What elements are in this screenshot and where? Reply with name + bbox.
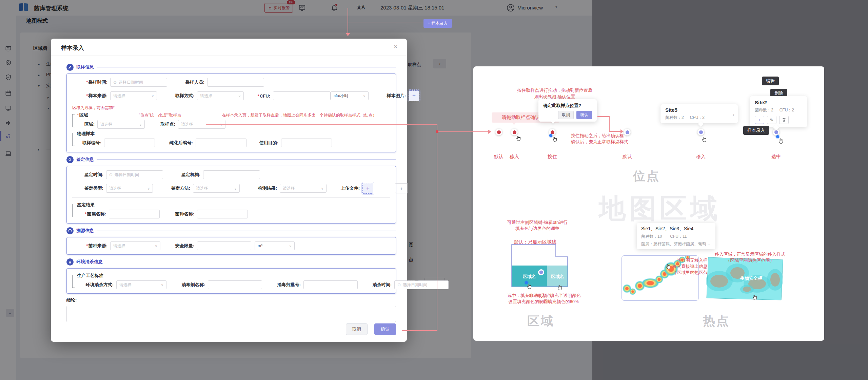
disinfect-method-select[interactable]: 请选择∨ — [116, 280, 166, 289]
identify-org-input[interactable] — [203, 170, 260, 179]
section-label: 鉴定信息 — [76, 156, 94, 163]
field-label: 纯化后编号: — [162, 140, 196, 146]
group-label: 物理样本 — [77, 131, 95, 137]
marker-red-hover[interactable] — [511, 129, 518, 135]
arrow-right-icon — [488, 130, 491, 134]
popover-confirm-button[interactable]: 确认 — [576, 111, 592, 119]
cancel-button[interactable]: 取消 — [346, 323, 368, 335]
physical-sample-group: 物理样本 取样编号: 纯化后编号: 使用目的: — [72, 131, 390, 147]
connector-line — [348, 22, 348, 33]
connector-line — [348, 8, 348, 22]
popover-title: 确定此取样点位置? — [543, 103, 581, 109]
disinfect-time-input[interactable]: ⊙选择日期时间 — [394, 280, 449, 289]
sample-source-select[interactable]: 请选择∨ — [110, 91, 157, 100]
purpose-input[interactable] — [281, 139, 332, 147]
cfu-count: CFU：2 — [690, 115, 705, 121]
marker-purple-default[interactable] — [624, 129, 631, 135]
state-label: 移入 — [510, 154, 519, 160]
genus-name-input[interactable] — [109, 210, 160, 218]
hand-cursor-icon — [702, 136, 707, 143]
edit-button[interactable]: ✎ — [767, 116, 776, 124]
pencil-icon — [66, 64, 74, 71]
field-label: 鉴定机构: — [171, 172, 203, 178]
disinfectant-batch-input[interactable] — [303, 280, 358, 289]
heatmap-info-card: Sie1、Sie2、Sie3、Sie4 菌种数：10 CFU：11 菌属：肠杆菌… — [637, 223, 715, 249]
sample-image-upload[interactable]: + — [409, 90, 419, 101]
field-label: 菌种名称: — [167, 211, 197, 217]
group-label: 生产工艺标准 — [77, 273, 103, 279]
field-label: 鉴定类型: — [72, 185, 106, 191]
trash-icon — [782, 118, 786, 122]
arrow-down-icon — [346, 33, 350, 36]
limit-unit-select[interactable]: m³∨ — [255, 241, 295, 250]
field-label: 采样人员: — [175, 79, 207, 85]
annotation-drag-1: 按住取样点进行拖动，拖动到新位置后 — [517, 87, 592, 93]
sampling-code-input[interactable] — [104, 139, 155, 147]
biosafety-cabinet-label: 生物安全柜 — [740, 276, 763, 281]
hand-cursor-icon — [666, 264, 671, 270]
section-heading-region: 区域 — [527, 313, 554, 330]
close-icon[interactable]: × — [394, 43, 397, 50]
species-name-input[interactable] — [197, 210, 248, 218]
clock-icon: ⊙ — [113, 80, 117, 85]
popover-cancel-button[interactable]: 取消 — [558, 111, 574, 119]
edit-tooltip: 编辑 — [762, 77, 779, 85]
site2-card[interactable]: Site2 菌种数：2CFU：2 + ✎ — [750, 96, 807, 127]
species-count: 菌种数：2 — [755, 107, 773, 113]
annotation-quad-1: 移入区域，正常显示区域的移入样式 — [715, 251, 785, 257]
sample-entry-open-button[interactable]: + 样本录入 — [423, 19, 452, 28]
sampling-time-input[interactable]: ⊙选择日期时间 — [110, 78, 167, 87]
connector-line — [402, 330, 437, 331]
file-upload[interactable]: + — [362, 183, 373, 194]
state-label: 默认 — [623, 154, 632, 160]
field-label: *菌属名称: — [77, 211, 109, 217]
field-label: 鉴定时间: — [72, 172, 106, 178]
cfu-unit-select[interactable]: cfu/小时∨ — [331, 91, 369, 100]
hand-cursor-icon — [557, 285, 563, 291]
spray-icon — [66, 258, 74, 266]
annotation-rename: "位点"统一改成""取样点 — [139, 112, 181, 118]
species-count: 菌种数：2 — [665, 115, 684, 121]
identify-method-select[interactable]: 请选择∨ — [193, 184, 240, 193]
sampler-input[interactable] — [207, 78, 264, 87]
add-file-button[interactable]: + — [395, 183, 408, 193]
group-label: 区域 — [79, 112, 88, 118]
connector-line — [437, 124, 437, 331]
region-group: *区域 "位点"统一改成""取样点 在样本录入页，新建了取样点后，地图上会同步多… — [72, 112, 390, 129]
map-area-watermark: 地图区域 — [599, 191, 721, 227]
field-label: 消毒剂批号: — [270, 282, 303, 288]
marker-red-default[interactable] — [495, 129, 502, 135]
field-label: 鉴定方法: — [160, 185, 193, 191]
connector-line — [206, 124, 437, 125]
connector-line — [609, 131, 621, 132]
state-label: 默认 — [494, 154, 504, 160]
region-shape[interactable]: 区域名 区域名 — [511, 244, 569, 287]
delete-button[interactable] — [779, 116, 789, 124]
site5-card[interactable]: Site5 菌种数：2CFU：2 › — [660, 104, 738, 123]
safety-limit-input[interactable] — [197, 241, 251, 250]
confirm-position-popover: 确定此取样点位置? 取消 确认 — [538, 99, 597, 122]
popover-arrow — [551, 121, 555, 124]
detect-result-select[interactable]: 请选择∨ — [280, 184, 327, 193]
annotation-confirm-1: 按住拖动之后，给出确认框， — [571, 133, 628, 139]
add-sample-button[interactable]: + — [755, 116, 764, 124]
field-label: 消毒剂名称: — [174, 282, 208, 288]
cfu-input[interactable] — [273, 91, 331, 100]
confirm-button[interactable]: 确认 — [374, 323, 396, 335]
conclusion-label: 结论: — [66, 297, 396, 303]
cfu-count: CFU：2 — [780, 107, 794, 113]
purified-code-input[interactable] — [196, 139, 246, 147]
marker-purple-hover[interactable] — [697, 129, 704, 135]
disinfectant-name-input[interactable] — [208, 280, 262, 289]
region-select[interactable]: 请选择∨ — [97, 120, 145, 129]
strain-source-select[interactable]: 请选择∨ — [110, 241, 160, 250]
screen: 菌库管理系统 实时报警 99+ 文A 2023-03-01 星期三 18:15:… — [0, 0, 868, 380]
conclusion-textarea[interactable] — [66, 306, 396, 322]
field-label: 样本图片: — [376, 93, 409, 99]
connector-line — [348, 22, 423, 22]
section-label: 环境消杀信息 — [76, 259, 103, 265]
chevron-right-icon[interactable]: › — [733, 112, 734, 117]
sampling-method-select[interactable]: 请选择∨ — [197, 91, 244, 100]
identify-type-select[interactable]: 请选择∨ — [106, 184, 153, 193]
identify-time-input[interactable]: ⊙选择日期时间 — [106, 170, 163, 179]
